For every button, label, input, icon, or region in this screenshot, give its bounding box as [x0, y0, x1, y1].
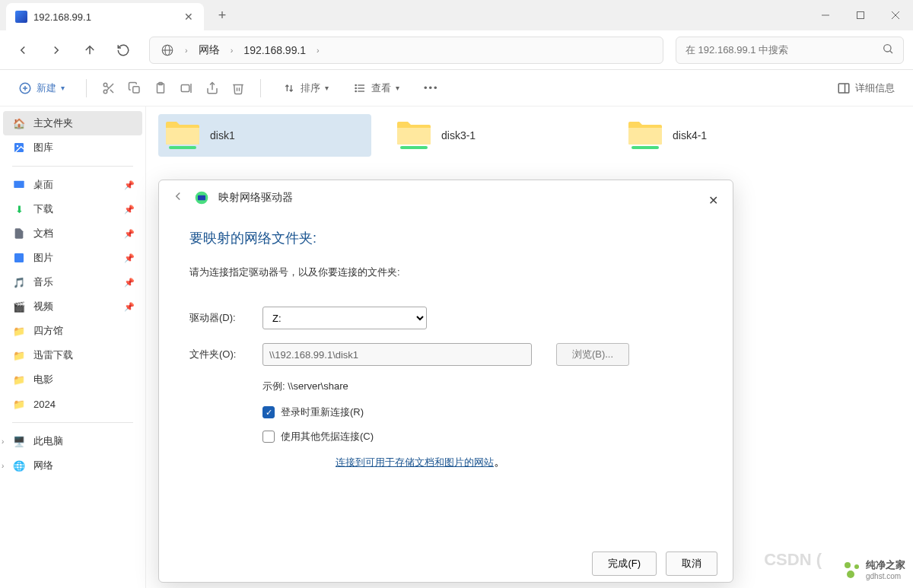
cancel-button[interactable]: 取消: [666, 551, 717, 576]
pin-icon: 📌: [124, 302, 135, 312]
svg-rect-18: [133, 86, 139, 92]
finish-button[interactable]: 完成(F): [592, 551, 657, 576]
chevron-down-icon: ▾: [61, 84, 65, 92]
watermark-site: gdhst.com: [866, 572, 905, 580]
cut-button[interactable]: [102, 81, 116, 95]
divider: [260, 79, 261, 97]
sidebar-item-sifangguan[interactable]: 📁四方馆: [3, 319, 142, 343]
othercred-label: 使用其他凭据连接(C): [281, 430, 374, 443]
sidebar-item-gallery[interactable]: 图库: [3, 135, 142, 160]
watermark-brand: 纯净之家: [866, 558, 905, 572]
up-button[interactable]: [76, 37, 103, 64]
svg-rect-38: [169, 146, 196, 149]
dialog-header: 映射网络驱动器: [159, 180, 733, 215]
tab-close-button[interactable]: ✕: [183, 11, 195, 23]
search-box[interactable]: [676, 37, 904, 64]
checkbox-icon[interactable]: [262, 431, 275, 443]
folder-list: disk1 disk3-1 disk4-1: [158, 114, 901, 157]
drive-select[interactable]: Z:: [262, 307, 427, 329]
network-folder-icon: [396, 120, 432, 151]
forward-button[interactable]: [43, 37, 70, 64]
globe-icon: [156, 43, 179, 57]
sidebar-item-label: 视频: [33, 300, 53, 313]
new-tab-button[interactable]: +: [210, 3, 234, 27]
folder-label: disk4-1: [673, 129, 707, 141]
maximize-button[interactable]: [843, 3, 878, 27]
sidebar-item-downloads[interactable]: ⬇下载📌: [3, 197, 142, 221]
reconnect-checkbox-row[interactable]: ✓ 登录时重新连接(R): [262, 405, 702, 419]
paste-button[interactable]: [154, 81, 167, 95]
svg-point-44: [854, 564, 859, 569]
desktop-icon: [12, 178, 26, 192]
sidebar-item-label: 桌面: [33, 178, 53, 192]
details-button[interactable]: 详细信息: [831, 77, 901, 100]
sidebar-item-music[interactable]: 🎵音乐📌: [3, 270, 142, 294]
sidebar-item-label: 电影: [33, 373, 53, 386]
sidebar-item-2024[interactable]: 📁2024: [3, 392, 142, 416]
search-input[interactable]: [686, 44, 882, 56]
new-button[interactable]: 新建 ▾: [12, 77, 71, 100]
svg-point-31: [355, 91, 356, 91]
sidebar-item-pictures[interactable]: 图片📌: [3, 246, 142, 270]
chevron-right-icon: ›: [2, 437, 4, 446]
minimize-button[interactable]: [808, 3, 843, 27]
pin-icon: 📌: [124, 278, 135, 288]
browser-tab[interactable]: 192.168.99.1 ✕: [6, 3, 204, 30]
folder-input[interactable]: [262, 343, 532, 366]
breadcrumb-host[interactable]: 192.168.99.1: [239, 44, 310, 56]
address-bar[interactable]: › 网络 › 192.168.99.1 ›: [149, 37, 663, 64]
copy-button[interactable]: [128, 81, 142, 95]
sidebar-item-xunlei[interactable]: 📁迅雷下载: [3, 343, 142, 367]
sidebar-item-movies[interactable]: 📁电影: [3, 367, 142, 392]
refresh-button[interactable]: [110, 37, 137, 64]
sidebar-item-home[interactable]: 🏠主文件夹: [3, 111, 142, 135]
folder-icon: 📁: [12, 324, 26, 338]
browse-button[interactable]: 浏览(B)...: [556, 343, 629, 366]
chevron-right-icon: ›: [313, 46, 323, 55]
svg-rect-36: [14, 181, 24, 188]
checkbox-checked-icon[interactable]: ✓: [262, 406, 275, 418]
dialog-close-button[interactable]: ✕: [702, 189, 724, 211]
video-icon: 🎬: [12, 300, 26, 313]
network-folder-icon: [627, 120, 663, 151]
divider: [86, 79, 87, 97]
svg-point-45: [847, 571, 854, 578]
back-button[interactable]: [9, 37, 37, 64]
folder-icon: 📁: [12, 373, 26, 386]
folder-item[interactable]: disk4-1: [621, 114, 834, 157]
svg-point-14: [103, 90, 107, 94]
svg-rect-1: [857, 12, 864, 19]
network-icon: 🌐: [12, 459, 26, 472]
view-label: 查看: [371, 81, 391, 95]
drive-row: 驱动器(D): Z:: [189, 307, 702, 329]
dialog-back-button[interactable]: [171, 189, 185, 206]
sort-button[interactable]: 排序 ▾: [276, 77, 335, 100]
breadcrumb-network[interactable]: 网络: [194, 43, 224, 57]
sidebar-item-documents[interactable]: 文档📌: [3, 221, 142, 246]
pin-icon: 📌: [124, 205, 135, 215]
storage-website-link[interactable]: 连接到可用于存储文档和图片的网站: [336, 456, 494, 468]
folder-item[interactable]: disk3-1: [390, 114, 603, 157]
watermark: 纯净之家 gdhst.com: [843, 558, 905, 580]
delete-button[interactable]: [231, 81, 245, 95]
view-button[interactable]: 查看 ▾: [347, 77, 406, 100]
sidebar-item-label: 2024: [33, 399, 56, 410]
sidebar-item-desktop[interactable]: 桌面📌: [3, 173, 142, 197]
music-icon: 🎵: [12, 275, 26, 289]
navbar: › 网络 › 192.168.99.1 ›: [0, 30, 913, 70]
sidebar-item-network[interactable]: ›🌐网络: [3, 453, 142, 478]
folder-icon: 📁: [12, 348, 26, 362]
svg-line-17: [107, 86, 109, 88]
othercred-checkbox-row[interactable]: 使用其他凭据连接(C): [262, 430, 702, 443]
sidebar-item-thispc[interactable]: ›🖥️此电脑: [3, 429, 142, 453]
gallery-icon: [12, 141, 26, 154]
dialog-footer: 完成(F) 取消: [592, 551, 717, 582]
share-button[interactable]: [205, 81, 219, 95]
close-button[interactable]: [878, 3, 913, 27]
svg-line-9: [890, 50, 892, 52]
rename-button[interactable]: [180, 81, 193, 95]
folder-item[interactable]: disk1: [158, 114, 371, 157]
view-icon: [353, 81, 367, 95]
sidebar-item-videos[interactable]: 🎬视频📌: [3, 294, 142, 319]
more-button[interactable]: •••: [418, 78, 445, 98]
